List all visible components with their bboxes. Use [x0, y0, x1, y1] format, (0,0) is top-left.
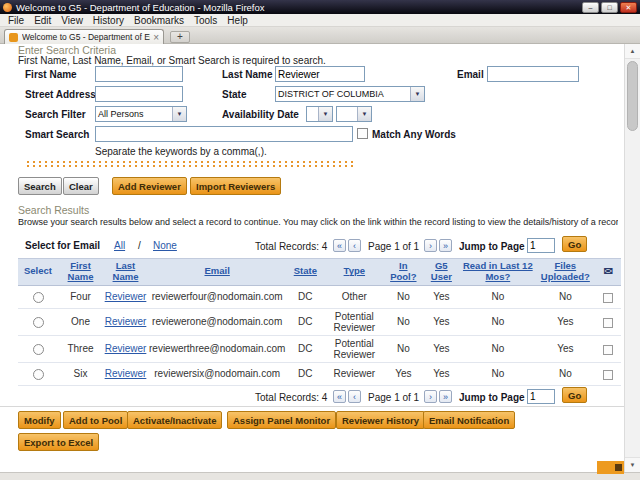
next-page-button-top[interactable]: › — [424, 239, 437, 252]
col-first-name[interactable]: First Name — [58, 259, 103, 286]
select-record-radio[interactable] — [33, 317, 44, 328]
availability-month-select[interactable]: ▼ — [306, 106, 333, 122]
window-controls: – □ ✕ — [582, 2, 637, 13]
col-state[interactable]: State — [286, 259, 324, 286]
vertical-scrollbar[interactable]: ▲ ▼ — [624, 44, 640, 472]
last-name-link[interactable]: Reviewer — [105, 343, 147, 354]
first-name-input[interactable] — [95, 66, 183, 82]
street-address-input[interactable] — [95, 86, 183, 102]
go-button-top[interactable]: Go — [562, 236, 587, 252]
total-records-top: Total Records: 4 — [255, 241, 327, 252]
match-any-words-checkbox[interactable] — [357, 128, 368, 139]
menu-help[interactable]: Help — [222, 14, 253, 27]
col-read-12-mos[interactable]: Read in Last 12 Mos? — [460, 259, 535, 286]
new-tab-button[interactable]: + — [170, 31, 190, 43]
last-page-button-bottom[interactable]: » — [439, 390, 452, 403]
import-reviewers-button[interactable]: Import Reviewers — [190, 177, 281, 195]
email-notification-button[interactable]: Email Notification — [423, 411, 515, 429]
email-select-checkbox[interactable] — [603, 345, 613, 355]
cell-in-pool: Yes — [384, 362, 422, 385]
cell-type: Potential Reviewer — [324, 335, 384, 362]
tab-g5[interactable]: Welcome to G5 - Department of Edu... × — [4, 29, 164, 44]
cell-email: reviewerfour@nodomain.com — [148, 285, 286, 308]
go-button-bottom[interactable]: Go — [562, 387, 587, 403]
modify-button[interactable]: Modify — [18, 411, 61, 429]
col-type[interactable]: Type — [324, 259, 384, 286]
cell-g5-user: Yes — [422, 285, 460, 308]
cell-state: DC — [286, 335, 324, 362]
last-page-button-top[interactable]: » — [439, 239, 452, 252]
col-last-name[interactable]: Last Name — [103, 259, 148, 286]
menu-file[interactable]: File — [3, 14, 29, 27]
assign-panel-monitor-button[interactable]: Assign Panel Monitor — [227, 411, 336, 429]
prev-page-button-top[interactable]: ‹ — [348, 239, 361, 252]
menu-history[interactable]: History — [88, 14, 129, 27]
clear-button[interactable]: Clear — [63, 177, 99, 195]
col-g5-user[interactable]: G5 User — [422, 259, 460, 286]
cell-in-pool: No — [384, 308, 422, 335]
menu-bookmarks[interactable]: Bookmarks — [129, 14, 189, 27]
browser-window: Welcome to G5 - Department of Education … — [0, 0, 640, 480]
col-email-select: ✉ — [595, 259, 621, 286]
col-in-pool[interactable]: In Pool? — [384, 259, 422, 286]
last-name-link[interactable]: Reviewer — [105, 368, 147, 379]
last-name-link[interactable]: Reviewer — [105, 316, 147, 327]
select-record-radio[interactable] — [33, 292, 44, 303]
first-page-button-bottom[interactable]: « — [333, 390, 346, 403]
jump-to-page-input-top[interactable] — [527, 238, 555, 253]
email-select-checkbox[interactable] — [603, 370, 613, 380]
menu-bar: File Edit View History Bookmarks Tools H… — [0, 14, 640, 27]
select-all-link[interactable]: All — [114, 240, 125, 251]
add-reviewer-button[interactable]: Add Reviewer — [112, 177, 187, 195]
reviewer-history-button[interactable]: Reviewer History — [336, 411, 425, 429]
cell-select — [18, 335, 58, 362]
search-filter-select[interactable]: All Persons ▼ — [95, 106, 187, 122]
availability-day-select[interactable]: ▼ — [336, 106, 372, 122]
state-select[interactable]: DISTRICT OF COLUMBIA ▼ — [275, 86, 425, 102]
menu-view[interactable]: View — [56, 14, 88, 27]
select-record-radio[interactable] — [33, 369, 44, 380]
col-email[interactable]: Email — [148, 259, 286, 286]
minimize-button[interactable]: – — [582, 2, 599, 13]
last-name-input[interactable] — [275, 66, 365, 82]
export-to-excel-button[interactable]: Export to Excel — [18, 433, 99, 451]
page-label-top: Page 1 of 1 — [368, 241, 419, 252]
activate-inactivate-button[interactable]: Activate/Inactivate — [127, 411, 222, 429]
last-name-link[interactable]: Reviewer — [105, 291, 147, 302]
state-select-value: DISTRICT OF COLUMBIA — [278, 89, 384, 99]
tab-close-icon[interactable]: × — [153, 33, 159, 42]
col-files-uploaded[interactable]: Files Uploaded? — [535, 259, 595, 286]
email-select-checkbox[interactable] — [603, 293, 613, 303]
table-row: One Reviewer reviewerone@nodomain.com DC… — [18, 308, 621, 335]
cell-g5-user: Yes — [422, 308, 460, 335]
maximize-button[interactable]: □ — [601, 2, 618, 13]
smart-search-input[interactable] — [95, 126, 353, 142]
prev-page-button-bottom[interactable]: ‹ — [348, 390, 361, 403]
close-window-button[interactable]: ✕ — [620, 2, 637, 13]
email-select-checkbox[interactable] — [603, 318, 613, 328]
results-table: Select First Name Last Name Email State … — [18, 258, 621, 386]
cell-files-uploaded: Yes — [535, 335, 595, 362]
cell-first-name: Six — [58, 362, 103, 385]
cell-email-select — [595, 285, 621, 308]
cell-email-select — [595, 335, 621, 362]
select-record-radio[interactable] — [33, 344, 44, 355]
menu-tools[interactable]: Tools — [189, 14, 222, 27]
select-none-link[interactable]: None — [153, 240, 177, 251]
scroll-up-icon[interactable]: ▲ — [625, 44, 640, 59]
table-row: Six Reviewer reviewersix@nodomain.com DC… — [18, 362, 621, 385]
menu-edit[interactable]: Edit — [29, 14, 56, 27]
jump-to-page-label-bottom: Jump to Page — [459, 392, 525, 403]
search-button[interactable]: Search — [18, 177, 62, 195]
section-divider — [0, 406, 624, 407]
dropdown-arrow-icon: ▼ — [357, 107, 371, 121]
cell-state: DC — [286, 285, 324, 308]
add-to-pool-button[interactable]: Add to Pool — [63, 411, 128, 429]
scroll-down-icon[interactable]: ▼ — [625, 457, 640, 472]
scrollbar-thumb[interactable] — [627, 61, 638, 131]
table-row: Four Reviewer reviewerfour@nodomain.com … — [18, 285, 621, 308]
email-input[interactable] — [487, 66, 579, 82]
next-page-button-bottom[interactable]: › — [424, 390, 437, 403]
jump-to-page-input-bottom[interactable] — [527, 389, 555, 404]
first-page-button-top[interactable]: « — [333, 239, 346, 252]
